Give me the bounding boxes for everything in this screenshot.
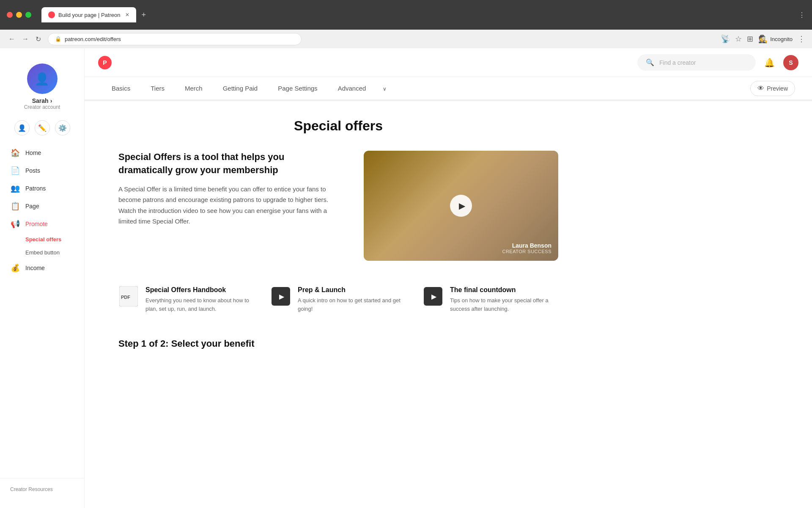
income-icon: 💰 (10, 263, 20, 273)
sidebar-item-label: Income (25, 265, 45, 271)
resource-handbook-title: Special Offers Handbook (145, 286, 254, 294)
star-icon[interactable]: ☆ (735, 34, 742, 44)
resources-row: PDF Special Offers Handbook Everything y… (118, 286, 558, 313)
video-thumbnail[interactable]: ▶ Laura Benson CREATOR SUCCESS (364, 151, 558, 261)
tab-getting-paid[interactable]: Getting Paid (213, 77, 268, 100)
address-bar[interactable]: 🔒 patreon.com/edit/offers (48, 33, 302, 45)
sidebar-item-special-offers[interactable]: Special offers (0, 233, 84, 246)
creator-resources-link[interactable]: Creator Resources (10, 486, 53, 492)
maximize-dot[interactable] (25, 12, 31, 18)
resource-final-countdown: ▶ The final countdown Tips on how to mak… (423, 286, 558, 313)
user-avatar-small[interactable]: S (783, 55, 798, 70)
resource-final-text: The final countdown Tips on how to make … (450, 286, 558, 313)
sidebar-nav: 🏠 Home 📄 Posts 👥 Patrons 📋 Page 📢 Promot… (0, 144, 84, 478)
page-tabs: Basics Tiers Merch Getting Paid Page Set… (85, 77, 812, 100)
hero-section: Special Offers is a tool that helps you … (118, 151, 558, 261)
refresh-button[interactable]: ↻ (34, 33, 43, 45)
video-thumb-icon-prep: ▶ (271, 286, 291, 306)
eye-icon: 👁 (757, 85, 764, 92)
tab-tiers[interactable]: Tiers (140, 77, 175, 100)
step-title: Step 1 of 2: Select your benefit (118, 338, 558, 349)
resource-handbook-desc: Everything you need to know about how to… (145, 296, 254, 313)
tab-merch[interactable]: Merch (175, 77, 213, 100)
page-icon: 📋 (10, 202, 20, 211)
resource-prep-text: Prep & Launch A quick intro on how to ge… (298, 286, 406, 313)
grid-icon[interactable]: ⊞ (747, 34, 753, 44)
sidebar-item-label: Home (25, 149, 41, 156)
sidebar-item-page[interactable]: 📋 Page (0, 197, 84, 215)
lock-icon: 🔒 (55, 36, 61, 42)
tab-page-settings[interactable]: Page Settings (268, 77, 327, 100)
sidebar: 👤 Sarah › Creator account 👤 ✏️ ⚙️ 🏠 Home… (0, 48, 85, 508)
sidebar-item-income[interactable]: 💰 Income (0, 259, 84, 277)
hero-description: A Special Offer is a limited time benefi… (118, 184, 338, 227)
chevron-down-icon: ∨ (383, 86, 387, 92)
sidebar-item-patrons[interactable]: 👥 Patrons (0, 179, 84, 197)
video-label: Laura Benson CREATOR SUCCESS (502, 242, 551, 254)
video-thumb-icon-final: ▶ (423, 286, 443, 306)
svg-text:PDF: PDF (121, 295, 130, 300)
browser-tab[interactable]: Build your page | Patreon ✕ (41, 7, 136, 22)
search-icon: 🔍 (646, 58, 654, 66)
resource-handbook: PDF Special Offers Handbook Everything y… (118, 286, 254, 313)
promote-icon: 📢 (10, 219, 20, 229)
sidebar-item-home[interactable]: 🏠 Home (0, 144, 84, 162)
resource-final-title: The final countdown (450, 286, 558, 294)
avatar-section: 👤 Sarah › Creator account (0, 57, 84, 120)
preview-button[interactable]: 👁 Preview (750, 81, 795, 96)
resource-prep-title: Prep & Launch (298, 286, 406, 294)
avatar: 👤 (27, 64, 58, 94)
header-right: 🔍 🔔 S (637, 54, 798, 71)
user-subtitle: Creator account (24, 104, 60, 110)
notification-icon[interactable]: 🔔 (764, 58, 775, 68)
resource-prep-desc: A quick intro on how to get started and … (298, 296, 406, 313)
cast-icon: 📡 (721, 34, 730, 44)
forward-button[interactable]: → (20, 33, 30, 44)
search-input[interactable] (659, 59, 744, 66)
profile-action-button[interactable]: 👤 (14, 120, 30, 135)
close-dot[interactable] (7, 12, 13, 18)
back-button[interactable]: ← (7, 33, 17, 44)
sidebar-item-label: Patrons (25, 185, 46, 192)
play-triangle-icon: ▶ (279, 293, 284, 301)
play-triangle-icon-2: ▶ (431, 293, 436, 301)
sidebar-item-label: Promote (25, 221, 48, 227)
sidebar-item-embed-button[interactable]: Embed button (0, 246, 84, 259)
page-content-area: Special offers Special Offers is a tool … (85, 101, 592, 383)
search-bar[interactable]: 🔍 (637, 54, 756, 71)
patrons-icon: 👥 (10, 184, 20, 193)
quick-actions: 👤 ✏️ ⚙️ (0, 120, 84, 144)
resource-prep-launch: ▶ Prep & Launch A quick intro on how to … (271, 286, 406, 313)
url-text: patreon.com/edit/offers (65, 36, 121, 42)
hero-text: Special Offers is a tool that helps you … (118, 151, 338, 227)
pdf-icon: PDF (118, 286, 139, 306)
tab-advanced[interactable]: Advanced (328, 77, 376, 100)
edit-action-button[interactable]: ✏️ (35, 120, 50, 135)
play-icon: ▶ (459, 201, 465, 211)
video-person-title: CREATOR SUCCESS (502, 249, 551, 254)
minimize-dot[interactable] (16, 12, 22, 18)
patreon-icon: P (98, 56, 112, 69)
menu-button[interactable]: ⋮ (798, 34, 805, 44)
posts-icon: 📄 (10, 166, 20, 175)
home-icon: 🏠 (10, 148, 20, 157)
sidebar-item-label: Posts (25, 167, 40, 174)
sidebar-bottom: Creator Resources (0, 478, 84, 500)
page-title: Special offers (118, 118, 558, 134)
tab-more-button[interactable]: ∨ (376, 78, 393, 99)
tab-close-button[interactable]: ✕ (125, 12, 129, 18)
incognito-icon: 🕵 (758, 34, 768, 44)
sidebar-item-promote[interactable]: 📢 Promote (0, 215, 84, 233)
settings-action-button[interactable]: ⚙️ (55, 120, 70, 135)
video-play-button[interactable]: ▶ (450, 195, 472, 217)
tab-basics[interactable]: Basics (102, 77, 140, 100)
tab-title: Build your page | Patreon (58, 12, 120, 18)
video-person-name: Laura Benson (502, 242, 551, 249)
avatar-emoji: 👤 (35, 72, 49, 86)
resource-handbook-text: Special Offers Handbook Everything you n… (145, 286, 254, 313)
new-tab-button[interactable]: + (138, 9, 149, 21)
sidebar-item-posts[interactable]: 📄 Posts (0, 162, 84, 179)
hero-heading: Special Offers is a tool that helps you … (118, 151, 338, 177)
user-name[interactable]: Sarah › (32, 97, 52, 104)
incognito-badge: 🕵 Incognito (758, 34, 793, 44)
